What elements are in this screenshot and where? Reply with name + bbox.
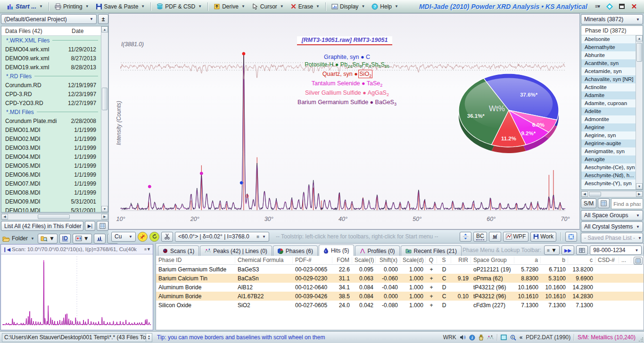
- menu-save-paste[interactable]: Save & Paste▼: [92, 2, 149, 11]
- rewind-icon[interactable]: ❙◀: [3, 247, 10, 252]
- file-list-vertical-scrollbar[interactable]: ▲ ▼: [101, 26, 108, 212]
- wrk-indicator[interactable]: WRK: [443, 334, 456, 341]
- pdf-number-combo[interactable]: 98-000-1234▼: [590, 245, 642, 255]
- hits-table-row[interactable]: Aluminum BorideAlB1200-012-064034.10.084…: [156, 283, 644, 292]
- hits-column-header[interactable]: RIR: [451, 257, 471, 263]
- mineral-list-item[interactable]: Adelite: [581, 107, 636, 115]
- hits-column-header[interactable]: Chemical Formula: [235, 257, 293, 263]
- hits-table-header[interactable]: Phase IDChemical FormulaPDF-#FOMScale(I)…: [156, 256, 644, 265]
- menu-cursor[interactable]: Cursor▼: [248, 2, 287, 11]
- collapse-chevrons-icon[interactable]: «: [520, 334, 523, 341]
- mineral-list-item[interactable]: Aegirine, syn: [581, 131, 636, 139]
- sm-strike-button[interactable]: M: [489, 232, 501, 242]
- hits-column-header[interactable]: FOM: [332, 257, 352, 263]
- info-icon[interactable]: i: [469, 335, 475, 341]
- find-phase-input[interactable]: [611, 198, 643, 209]
- hits-column-header[interactable]: Shift(x): [376, 257, 400, 263]
- mineral-list-item[interactable]: Aeschynite-(Ce), syn: [581, 163, 636, 172]
- scroll-up-arrow-icon[interactable]: ▲: [101, 26, 108, 33]
- file-list-item[interactable]: DEMO10.MDI5/31/2001: [1, 206, 101, 212]
- hits-column-header[interactable]: S: [437, 257, 451, 263]
- scan-preview-chart[interactable]: [1, 254, 153, 330]
- mineral-list-item[interactable]: Admontite: [581, 115, 636, 123]
- wpf-button[interactable]: WPF: [503, 232, 529, 242]
- space-groups-combo[interactable]: All Space Groups▼: [581, 210, 643, 220]
- scrollbar-thumb[interactable]: [636, 43, 642, 62]
- file-list-item[interactable]: DEMO19.wrk.xml8/28/2013: [1, 63, 101, 72]
- anode-combo[interactable]: Cu▼: [111, 232, 136, 242]
- lookup-menu-button[interactable]: ≡▼: [544, 245, 560, 255]
- file-list-item[interactable]: Corundum Plate.mdi2/28/2008: [1, 116, 101, 125]
- hits-column-header[interactable]: CSD-#: [595, 257, 619, 263]
- window-close-button[interactable]: ✕: [630, 3, 638, 10]
- tab-recent-files[interactable]: Recent Files (21): [401, 245, 462, 256]
- hits-table-row[interactable]: Barium Calcium TinBaCaSn00-029-023031.10…: [156, 274, 644, 283]
- cursor-readout-combo[interactable]: <60.0°> | δ=0.02° | I=3768.0≡▼: [175, 232, 269, 242]
- file-list-item[interactable]: DEMO04.MDI1/1/1999: [1, 152, 101, 161]
- column-chooser-button[interactable]: [634, 257, 643, 265]
- mineral-list-item[interactable]: Abernathyite: [581, 43, 636, 51]
- minerals-category-combo[interactable]: Minerals (3872)▼: [581, 14, 643, 24]
- hits-column-header[interactable]: b: [541, 257, 568, 263]
- id-button[interactable]: ID: [59, 234, 71, 244]
- window-maximize-button[interactable]: [618, 3, 626, 10]
- hits-column-header[interactable]: Space Group: [471, 257, 514, 263]
- list-all-combo[interactable]: List All (42 Files) in This Folder▼: [1, 221, 83, 231]
- brush-icon[interactable]: [479, 335, 484, 341]
- slide-show-button[interactable]: ▼: [73, 234, 92, 244]
- menu-printing[interactable]: Printing▼: [51, 2, 92, 11]
- path-spinner[interactable]: ▲▼: [146, 333, 152, 342]
- auto-refresh-button[interactable]: [149, 232, 159, 242]
- xrd-pattern-chart[interactable]: 10°20°30°40°50°60°70°37.6%*6.0%9.2%*11.2…: [109, 14, 579, 229]
- scan-preview-panel[interactable]: ❙◀ Scan: 10.0°/70.0°/0.02°/10(s), I(p)=3…: [0, 244, 153, 330]
- file-list-item[interactable]: DEMO07.MDI1/1/1999: [1, 179, 101, 188]
- tab-phases[interactable]: Phases (6): [273, 245, 318, 256]
- scroll-right-arrow-icon[interactable]: ▶: [636, 191, 643, 197]
- work-button[interactable]: Work: [530, 232, 556, 242]
- mineral-list-item[interactable]: Abelsonite: [581, 35, 636, 43]
- pdf-database-indicator[interactable]: PDF2.DAT (1990): [526, 334, 570, 341]
- scroll-up-arrow-icon[interactable]: ▲: [636, 35, 643, 41]
- card-view-button[interactable]: [576, 245, 588, 255]
- file-list-item[interactable]: DEMO08.MDI1/1/1999: [1, 188, 101, 197]
- mineral-list-item[interactable]: Acanthite, syn: [581, 59, 636, 67]
- cut-tool-button[interactable]: [161, 232, 173, 242]
- align-baselines-button[interactable]: [460, 232, 471, 242]
- bc-button[interactable]: BC: [473, 232, 487, 242]
- toolstrip[interactable]: Cu▼ <60.0°> | δ=0.02° | I=3768.0≡▼ -- To…: [108, 229, 580, 243]
- mineral-list-item[interactable]: Acetamide, syn: [581, 67, 636, 75]
- menu-pdf-csd[interactable]: PDF & CSD▼: [153, 2, 205, 11]
- crystal-systems-combo[interactable]: All Crystal Systems▼: [581, 221, 643, 232]
- mineral-list-item[interactable]: Aeschynite-(Y), syn: [581, 180, 636, 188]
- ignore-tool-button[interactable]: [138, 232, 148, 242]
- file-grid-view-button[interactable]: [97, 221, 108, 231]
- hits-column-header[interactable]: Q: [426, 257, 437, 263]
- mineral-list-item[interactable]: Abhurite: [581, 51, 636, 59]
- hits-column-header[interactable]: ...: [619, 257, 631, 263]
- zoom-icon[interactable]: [510, 335, 516, 341]
- mineral-list-item[interactable]: Achavalite, syn [NR]: [581, 75, 636, 83]
- phase-id-column-header[interactable]: Phase ID (3872): [581, 26, 643, 35]
- file-list-item[interactable]: DEMO03.MDI1/1/1999: [1, 143, 101, 152]
- hits-column-header[interactable]: Scale(I): [352, 257, 376, 263]
- minerals-horizontal-scrollbar[interactable]: ◀ ▶: [581, 191, 643, 197]
- window-pin-button[interactable]: [605, 3, 614, 10]
- file-list-item[interactable]: DEMO02.MDI1/1/1999: [1, 134, 101, 143]
- mineral-list-item[interactable]: Adamite: [581, 91, 636, 99]
- folder-menu[interactable]: Folder▼: [1, 235, 36, 242]
- hits-column-header[interactable]: c: [568, 257, 595, 263]
- file-list-item[interactable]: Corundum.RD12/19/1997: [1, 81, 101, 90]
- mineral-list-item[interactable]: Aerugite: [581, 155, 636, 163]
- mineral-list-item[interactable]: Aegirine-augite: [581, 139, 636, 147]
- mineral-list-item[interactable]: Adamite, cuproan: [581, 99, 636, 107]
- scroll-left-arrow-icon[interactable]: ◀: [581, 191, 588, 197]
- scroll-down-arrow-icon[interactable]: ▼: [636, 183, 643, 189]
- scrollbar-thumb[interactable]: [102, 88, 107, 110]
- menu-derive[interactable]: Derive▼: [210, 2, 248, 11]
- phase-grid-button[interactable]: [598, 198, 610, 208]
- hits-column-header[interactable]: a: [514, 257, 541, 263]
- file-list-item[interactable]: DEMO06.MDI1/1/1999: [1, 170, 101, 179]
- tab-profiles[interactable]: Profiles (0): [355, 245, 400, 256]
- scroll-down-arrow-icon[interactable]: ▼: [101, 206, 108, 212]
- menu-display[interactable]: Display▼: [328, 2, 368, 11]
